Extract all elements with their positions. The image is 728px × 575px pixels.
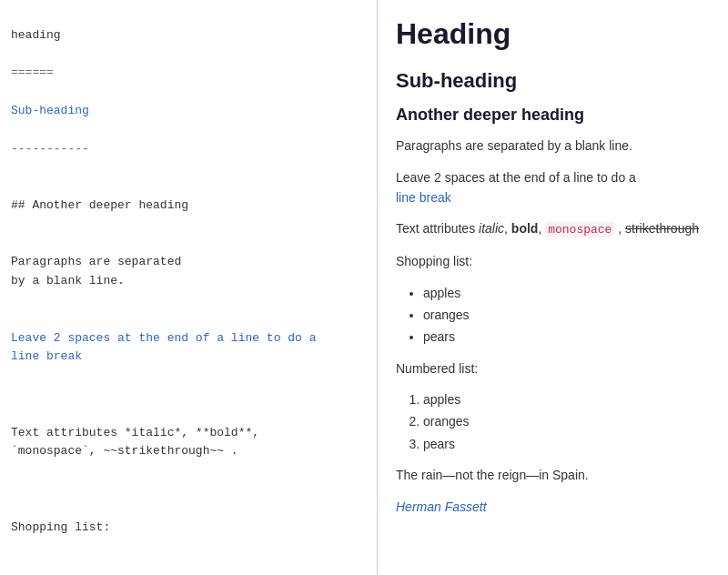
preview-subheading: Sub-heading — [396, 65, 710, 96]
preview-para1: Paragraphs are separated by a blank line… — [396, 136, 710, 156]
preview-text-attrs: Text attributes italic, bold, monospace … — [396, 218, 710, 240]
preview-deeper-heading: Another deeper heading — [396, 102, 710, 128]
preview-author: Herman Fassett — [396, 497, 710, 517]
preview-heading: Heading — [396, 11, 710, 57]
raw-subheading-underline: ----------- — [11, 142, 89, 156]
raw-shopping-label: Shopping list: — [11, 520, 110, 534]
text-strike: strikethrough — [625, 221, 699, 236]
markdown-preview: Heading Sub-heading Another deeper headi… — [378, 0, 728, 575]
preview-shopping-label: Shopping list: — [396, 251, 710, 271]
para2-link: line break — [396, 190, 451, 205]
preview-numbered-label: Numbered list: — [396, 358, 710, 378]
text-mono: monospace — [545, 222, 614, 237]
list-item: apples — [423, 283, 710, 303]
raw-subheading-text: Sub-heading — [11, 104, 89, 117]
raw-text-attrs: Text attributes *italic*, **bold**, `mon… — [11, 426, 259, 459]
preview-rain: The rain—not the reign—in Spain. — [396, 465, 710, 485]
text-attr-prefix: Text attributes — [396, 221, 479, 236]
preview-shopping-list: apples oranges pears — [423, 283, 710, 348]
list-item: oranges — [423, 305, 710, 325]
list-item: pears — [423, 434, 710, 454]
raw-heading-underline: ====== — [11, 66, 54, 79]
list-item: pears — [423, 327, 710, 347]
text-bold: bold — [511, 221, 539, 236]
raw-para1: Paragraphs are separated by a blank line… — [11, 255, 181, 288]
markdown-editor[interactable]: heading ====== Sub-heading ----------- #… — [0, 0, 378, 575]
text-italic: italic — [479, 221, 504, 236]
preview-numbered-list: apples oranges pears — [423, 389, 710, 454]
list-item: apples — [423, 389, 710, 409]
preview-para2: Leave 2 spaces at the end of a line to d… — [396, 167, 710, 208]
list-item: oranges — [423, 411, 710, 431]
raw-h3: ## Another deeper heading — [11, 198, 188, 212]
raw-para2: Leave 2 spaces at the end of a line to d… — [11, 331, 316, 364]
para2-prefix: Leave 2 spaces at the end of a line to d… — [396, 170, 636, 185]
raw-heading-text: heading — [11, 28, 61, 42]
